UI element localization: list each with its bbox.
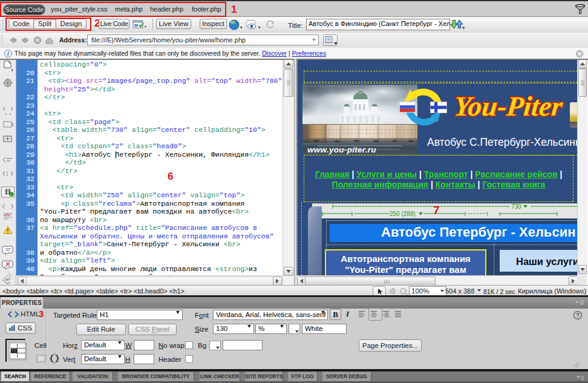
svg-text:250 (288): 250 (288) — [390, 211, 416, 217]
svg-text:i: i — [7, 50, 9, 57]
svg-text:You-Piter: You-Piter — [452, 91, 564, 122]
svg-text:730: 730 — [511, 203, 521, 210]
svg-text:?: ? — [576, 312, 580, 319]
